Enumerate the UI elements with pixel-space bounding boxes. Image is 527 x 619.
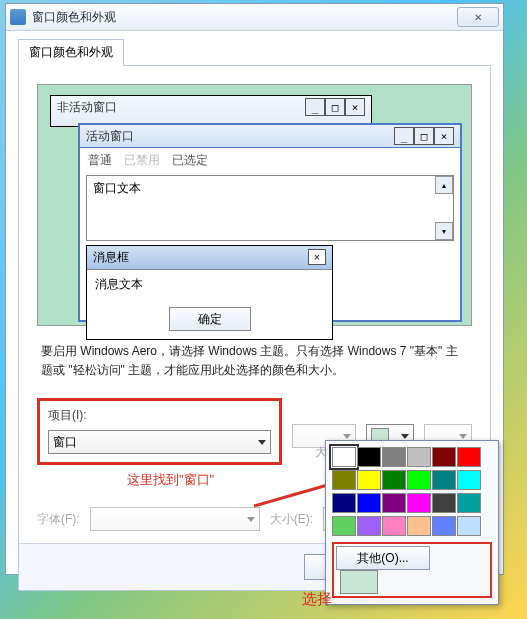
chevron-down-icon [258, 440, 266, 445]
active-window: 活动窗口 _ □ × 普通 已禁用 已选定 窗口文本 ▴ [78, 123, 462, 322]
other-color-button[interactable]: 其他(O)... [336, 546, 430, 570]
close-icon: × [308, 249, 326, 265]
palette-color[interactable] [432, 516, 456, 536]
palette-color[interactable] [457, 470, 481, 490]
close-button[interactable]: ✕ [457, 7, 499, 27]
maximize-icon: □ [414, 127, 434, 145]
palette-color[interactable] [407, 447, 431, 467]
fontsize-label: 大小(E): [270, 511, 313, 528]
palette-color[interactable] [357, 447, 381, 467]
titlebar: 窗口颜色和外观 ✕ [6, 4, 503, 31]
color-palette-popup: 其他(O)... [325, 440, 499, 605]
maximize-icon: □ [325, 98, 345, 116]
palette-color[interactable] [357, 470, 381, 490]
window-text: 窗口文本 [93, 181, 141, 195]
window-title: 窗口颜色和外观 [32, 9, 457, 26]
menu-disabled: 已禁用 [124, 152, 160, 169]
item-dropdown[interactable]: 窗口 [48, 430, 271, 454]
palette-color[interactable] [382, 516, 406, 536]
item-highlight: 项目(I): 窗口 [37, 398, 282, 465]
close-icon: × [434, 127, 454, 145]
palette-color[interactable] [457, 447, 481, 467]
preview-area: 非活动窗口 _ □ × 活动窗口 _ □ × [37, 84, 472, 326]
item-label: 项目(I): [48, 407, 271, 424]
select-annotation: 选择 [302, 590, 332, 609]
chevron-down-icon [343, 434, 351, 439]
palette-color[interactable] [332, 493, 356, 513]
menu-bar: 普通 已禁用 已选定 [80, 148, 460, 173]
chevron-down-icon [459, 434, 467, 439]
menu-normal: 普通 [88, 152, 112, 169]
palette-color[interactable] [407, 516, 431, 536]
ok-button: 确定 [169, 307, 251, 331]
minimize-icon: _ [394, 127, 414, 145]
inactive-window-title: 非活动窗口 [57, 99, 305, 116]
app-icon [10, 9, 26, 25]
other-color-highlight: 其他(O)... [332, 542, 492, 598]
tab-appearance[interactable]: 窗口颜色和外观 [18, 39, 124, 66]
active-window-title: 活动窗口 [86, 128, 394, 145]
palette-color[interactable] [407, 470, 431, 490]
palette-color[interactable] [457, 493, 481, 513]
palette-color[interactable] [357, 493, 381, 513]
palette-color[interactable] [382, 470, 406, 490]
palette-color[interactable] [432, 447, 456, 467]
palette-color[interactable] [332, 470, 356, 490]
palette-color[interactable] [332, 447, 356, 467]
palette-color[interactable] [457, 516, 481, 536]
menu-selected: 已选定 [172, 152, 208, 169]
msgbox-title: 消息框 [93, 249, 308, 266]
font-label: 字体(F): [37, 511, 80, 528]
font-dropdown[interactable] [90, 507, 260, 531]
palette-color[interactable] [357, 516, 381, 536]
chevron-down-icon [401, 434, 409, 439]
item-value: 窗口 [53, 434, 77, 451]
palette-color[interactable] [407, 493, 431, 513]
close-icon: × [345, 98, 365, 116]
palette-color[interactable] [332, 516, 356, 536]
scroll-up-icon: ▴ [435, 176, 453, 194]
window-text-box: 窗口文本 ▴ ▾ [86, 175, 454, 241]
chevron-down-icon [247, 517, 255, 522]
msgbox-text: 消息文本 [87, 270, 332, 301]
palette-color[interactable] [432, 470, 456, 490]
minimize-icon: _ [305, 98, 325, 116]
color-preview-strip [340, 570, 378, 594]
palette-color[interactable] [382, 447, 406, 467]
message-box: 消息框 × 消息文本 确定 [86, 245, 333, 340]
scroll-down-icon: ▾ [435, 222, 453, 240]
palette-color[interactable] [432, 493, 456, 513]
description-text: 要启用 Windows Aero，请选择 Windows 主题。只有选择 Win… [37, 342, 472, 394]
palette-color[interactable] [382, 493, 406, 513]
